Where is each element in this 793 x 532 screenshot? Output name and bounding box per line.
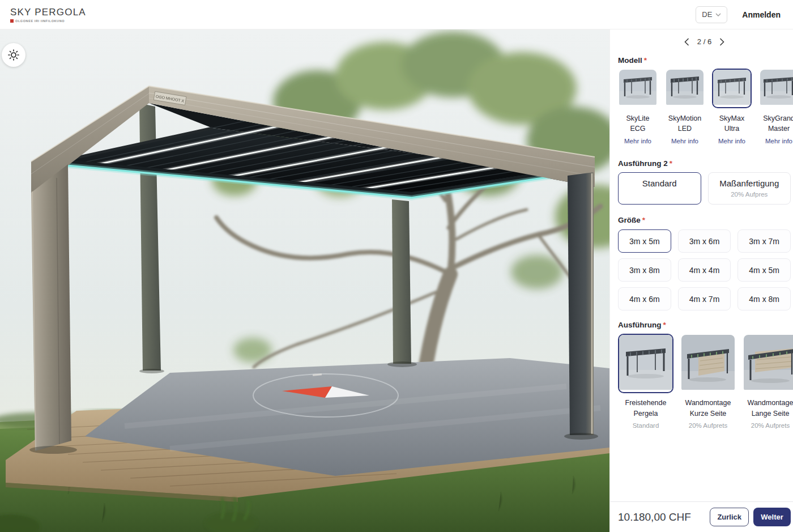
model-name: SkyLiteECG (626, 113, 650, 134)
mounting-name: WandmontageLange Seite (748, 398, 793, 419)
mounting-thumbnail[interactable] (680, 334, 736, 393)
mounting-name: WandmontageKurze Seite (685, 398, 731, 419)
login-button[interactable]: Anmelden (742, 10, 781, 19)
option-standard[interactable]: Standard (618, 172, 701, 205)
logo-tagline: OLGONEE IRI IINFILOKUNO (15, 19, 65, 23)
section-label-ausfuehrung-2: Ausführung 2* (618, 159, 791, 168)
chevron-left-icon (684, 38, 689, 46)
size-option-4x4[interactable]: 4m x 4m (678, 258, 731, 282)
mini-pergola-icon (760, 70, 793, 105)
logo-mark-icon (10, 19, 14, 23)
model-option-skylite-ecg: SkyLiteECG Mehr info (618, 69, 658, 144)
mounting-thumbnail[interactable] (743, 334, 793, 393)
model-option-skygrand-master: SkyGrandMaster Mehr info (759, 69, 793, 144)
option-massanfertigung[interactable]: Maßanfertigung 20% Aufpres (708, 172, 791, 205)
size-option-3x8[interactable]: 3m x 8m (618, 258, 671, 282)
pergola-3d-viewer[interactable]: OGO MHOOT X (0, 29, 609, 532)
size-option-3x7[interactable]: 3m x 7m (737, 229, 791, 253)
total-price: 10.180,00 CHF (618, 511, 710, 524)
model-option-skymax-ultra: SkyMaxUltra Mehr info (712, 69, 752, 144)
mounting-options: FreistehendePergela Standard (618, 334, 791, 429)
mounting-option-wall-short-side: WandmontageKurze Seite 20% Aufprets (680, 334, 736, 429)
chevron-right-icon (719, 38, 724, 46)
model-name: SkyMotionLED (668, 113, 701, 134)
mounting-note: 20% Aufprets (751, 422, 790, 429)
size-options: 3m x 5m 3m x 6m 3m x 7m 3m x 8m 4m x 4m … (618, 229, 791, 310)
size-option-4x5[interactable]: 4m x 5m (737, 258, 791, 282)
model-more-info-link[interactable]: Mehr info (624, 138, 651, 144)
mounting-thumbnail-selected[interactable] (618, 334, 673, 393)
model-name: SkyGrandMaster (763, 113, 793, 134)
mounting-note: 20% Aufprets (689, 422, 727, 429)
size-option-4x6[interactable]: 4m x 6m (618, 287, 671, 310)
next-button[interactable]: Welter (753, 508, 791, 526)
mounting-option-freestanding: FreistehendePergela Standard (618, 334, 673, 429)
section-label-ausfuehrung: Ausführung* (618, 321, 791, 329)
mounting-option-wall-long-side: WandmontageLange Seite 20% Aufprets (743, 334, 793, 429)
step-pagination: 2 / 6 (618, 37, 791, 46)
chevron-down-icon (715, 13, 721, 16)
size-option-4x7[interactable]: 4m x 7m (678, 287, 731, 310)
size-option-3x6[interactable]: 3m x 6m (678, 229, 731, 253)
model-more-info-link[interactable]: Mehr info (671, 138, 698, 144)
mounting-note: Standard (633, 422, 659, 429)
brightness-toggle-button[interactable] (2, 43, 25, 67)
wall-mount-long-icon (744, 335, 793, 390)
model-thumbnail[interactable] (759, 69, 793, 108)
section-label-groesse: Größe* (618, 216, 791, 224)
mini-pergola-icon (666, 70, 704, 105)
model-thumbnail[interactable] (618, 69, 658, 108)
model-option-skymotion-led: SkyMotionLED Mehr info (665, 69, 705, 144)
pergola-scene-render: OGO MHOOT X (0, 29, 609, 532)
model-thumbnail[interactable] (665, 69, 705, 108)
wall-mount-short-icon (681, 335, 735, 390)
section-label-modell: Modell* (618, 56, 791, 65)
model-thumbnail-selected[interactable] (712, 69, 752, 108)
language-value: DE (702, 10, 712, 19)
mini-pergola-icon (713, 70, 751, 105)
configurator-panel: 2 / 6 Modell* (609, 29, 793, 532)
sun-icon (7, 49, 20, 61)
model-name: SkyMaxUltra (719, 113, 744, 134)
model-options: SkyLiteECG Mehr info (618, 69, 791, 144)
pergola-configurator-app: SKY PERGOLA OLGONEE IRI IINFILOKUNO DE A… (0, 0, 793, 532)
panel-footer: 10.180,00 CHF Zurlick Welter (610, 501, 793, 532)
model-more-info-link[interactable]: Mehr info (718, 138, 745, 144)
mounting-name: FreistehendePergela (625, 398, 667, 419)
mini-pergola-icon (619, 70, 656, 105)
top-header: SKY PERGOLA OLGONEE IRI IINFILOKUNO DE A… (0, 0, 793, 29)
freestanding-pergola-icon (619, 335, 672, 390)
size-option-4x8[interactable]: 4m x 8m (737, 287, 791, 310)
back-button[interactable]: Zurlick (710, 508, 749, 526)
pagination-next-button[interactable] (719, 38, 724, 46)
pagination-label: 2 / 6 (697, 37, 711, 46)
model-more-info-link[interactable]: Mehr info (765, 138, 792, 144)
brand-logo: SKY PERGOLA OLGONEE IRI IINFILOKUNO (10, 7, 86, 23)
pagination-prev-button[interactable] (684, 38, 689, 46)
language-selector[interactable]: DE (696, 6, 727, 23)
logo-title: SKY PERGOLA (10, 7, 86, 18)
size-option-3x5[interactable]: 3m x 5m (618, 229, 671, 253)
